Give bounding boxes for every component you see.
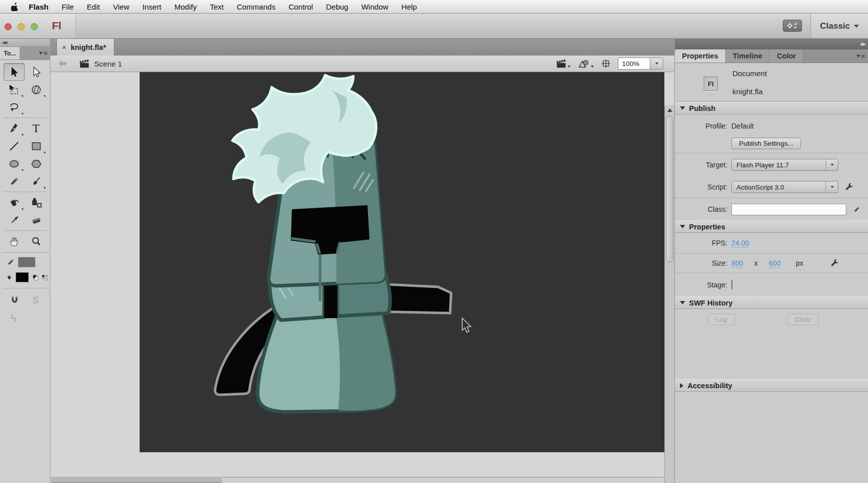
rectangle-tool-button[interactable] <box>26 137 47 155</box>
stage[interactable] <box>140 72 664 452</box>
pencil-edit-icon[interactable] <box>852 205 861 214</box>
back-arrow-icon[interactable] <box>57 59 68 68</box>
close-tab-icon[interactable]: × <box>62 43 66 51</box>
scroll-up-button[interactable] <box>665 105 674 114</box>
wrench-icon[interactable] <box>830 259 839 268</box>
wrench-icon[interactable] <box>844 183 854 192</box>
center-frame-icon[interactable] <box>601 58 611 69</box>
menu-control[interactable]: Control <box>282 3 319 11</box>
tools-panel-menu-button[interactable]: ≡ <box>39 47 50 59</box>
paint-bucket-tool-button[interactable] <box>4 194 25 211</box>
stage-width-value[interactable]: 800 <box>731 259 743 268</box>
document-tab-title: knight.fla* <box>71 43 106 51</box>
stage-height-value[interactable]: 600 <box>769 259 780 268</box>
publish-section-header[interactable]: Publish <box>675 102 868 114</box>
script-dropdown[interactable]: ActionScript 3.0 <box>731 181 838 193</box>
size-row: Size: 800 x 600 px <box>675 254 868 273</box>
tab-properties[interactable]: Properties <box>675 49 726 63</box>
workspace-name: Classic <box>820 21 850 31</box>
fps-label: FPS: <box>675 239 731 247</box>
document-tab[interactable]: × knight.fla* <box>56 39 114 55</box>
target-dropdown[interactable]: Flash Player 11.7 <box>731 159 838 171</box>
scene-breadcrumb[interactable]: Scene 1 <box>79 58 122 69</box>
zoom-tool-button[interactable] <box>26 232 47 250</box>
apple-menu[interactable] <box>7 3 22 11</box>
zoom-dropdown-button[interactable] <box>650 58 663 69</box>
subselection-tool-button[interactable] <box>26 63 47 81</box>
clear-button[interactable]: Clear <box>787 314 819 325</box>
document-header: Fl Document knight.fla <box>675 63 868 102</box>
zoom-level-combobox[interactable]: 100% <box>618 57 663 70</box>
stroke-color-swatch[interactable] <box>18 257 35 267</box>
menu-view[interactable]: View <box>106 3 136 11</box>
minimize-window-button[interactable] <box>18 23 25 30</box>
hand-icon <box>8 235 20 248</box>
profile-row: Profile: Default <box>675 118 868 134</box>
horizontal-scrollbar[interactable] <box>50 477 664 483</box>
menu-window[interactable]: Window <box>355 3 395 11</box>
tab-color[interactable]: Color <box>770 49 803 63</box>
menu-file[interactable]: File <box>55 3 80 11</box>
menu-edit[interactable]: Edit <box>80 3 106 11</box>
free-transform-tool-button[interactable] <box>4 81 25 98</box>
selection-tool-button[interactable] <box>4 63 25 81</box>
ink-bottle-tool-button[interactable] <box>26 194 47 211</box>
panel-menu-button[interactable]: ≡ <box>856 49 868 63</box>
straighten-button[interactable] <box>4 309 25 327</box>
collapse-panel-bar[interactable]: ◀◀ <box>0 39 50 47</box>
eraser-tool-button[interactable] <box>26 211 47 229</box>
accessibility-section-header[interactable]: Accessibility <box>675 379 868 392</box>
dock-collapse-bar[interactable]: ▶▶ <box>675 39 868 49</box>
oval-tool-button[interactable] <box>4 155 25 172</box>
menu-commands[interactable]: Commands <box>230 3 282 11</box>
fps-value[interactable]: 24.00 <box>731 239 749 248</box>
black-white-colors-icon[interactable] <box>33 274 38 281</box>
menu-debug[interactable]: Debug <box>320 3 355 11</box>
edit-symbols-button[interactable] <box>578 58 594 69</box>
dropdown-button[interactable] <box>826 182 838 193</box>
close-window-button[interactable] <box>5 23 12 30</box>
3d-rotation-tool-button[interactable] <box>26 81 47 98</box>
log-button[interactable]: Log <box>708 314 735 325</box>
pencil-tool-button[interactable] <box>4 172 25 190</box>
menu-flash[interactable]: Flash <box>22 3 55 11</box>
publish-settings-button[interactable]: Publish Settings... <box>731 138 801 149</box>
tool-flyout-indicator <box>43 152 45 154</box>
eyedropper-tool-button[interactable] <box>4 211 25 229</box>
workspace-switcher[interactable]: Classic <box>811 14 868 38</box>
tools-tab[interactable]: To... <box>0 47 20 59</box>
zoom-level-value[interactable]: 100% <box>618 58 650 69</box>
tab-timeline[interactable]: Timeline <box>726 49 770 63</box>
horizontal-scroll-thumb[interactable] <box>51 478 222 483</box>
knight-artwork[interactable] <box>140 72 664 452</box>
swap-colors-icon[interactable] <box>42 274 48 281</box>
dropdown-button[interactable] <box>826 159 838 170</box>
menu-help[interactable]: Help <box>395 3 423 11</box>
pen-tool-button[interactable] <box>4 119 25 137</box>
workspace-icon-button[interactable] <box>783 20 802 32</box>
menu-modify[interactable]: Modify <box>168 3 203 11</box>
snap-to-objects-button[interactable] <box>4 291 25 309</box>
line-tool-button[interactable] <box>4 137 25 155</box>
vertical-scroll-thumb[interactable] <box>666 116 673 262</box>
menu-text[interactable]: Text <box>203 3 230 11</box>
zoom-window-button[interactable] <box>31 23 38 30</box>
edit-scene-button[interactable] <box>555 58 571 69</box>
menu-insert[interactable]: Insert <box>136 3 168 11</box>
swf-history-section-header[interactable]: SWF History <box>675 296 868 309</box>
lasso-tool-button[interactable] <box>4 98 25 116</box>
hand-tool-button[interactable] <box>4 232 25 250</box>
edit-symbols-icon <box>578 58 590 69</box>
disclosure-triangle-icon <box>680 301 685 305</box>
smooth-button[interactable]: S <box>25 291 46 309</box>
polystar-tool-button[interactable] <box>26 155 47 172</box>
class-input[interactable] <box>731 204 846 215</box>
canvas-pasteboard[interactable] <box>50 72 674 483</box>
properties-section-header[interactable]: Properties <box>675 220 868 233</box>
text-tool-button[interactable]: T <box>26 119 47 137</box>
fill-color-swatch[interactable] <box>16 272 29 282</box>
chevron-down-icon <box>831 186 834 188</box>
vertical-scrollbar[interactable] <box>664 105 674 483</box>
stage-color-swatch[interactable] <box>731 280 732 289</box>
brush-tool-button[interactable] <box>26 172 47 190</box>
